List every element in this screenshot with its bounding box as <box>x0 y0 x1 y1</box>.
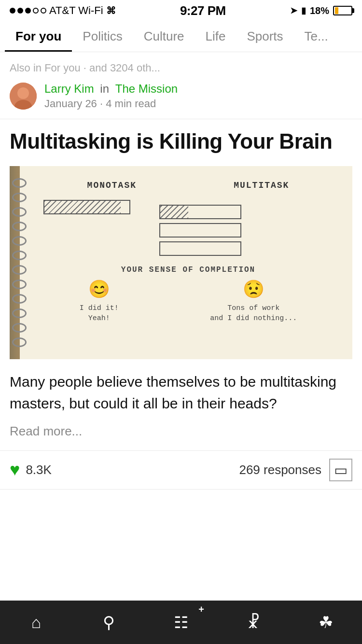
happy-caption: I did it!Yeah! <box>80 303 119 323</box>
author-row: Larry Kim in The Mission January 26 · 4 … <box>10 82 352 110</box>
signal-dot-4 <box>33 8 39 14</box>
nav-compose[interactable]: ☷ + <box>162 608 200 637</box>
home-icon: ⌂ <box>31 613 42 632</box>
signal-dots <box>10 8 46 14</box>
article-content: Multitasking is Killing Your Brain <box>0 119 362 359</box>
signal-dot-1 <box>10 8 15 14</box>
happy-face: 😊 <box>88 279 110 299</box>
ring-10 <box>12 308 27 318</box>
author-name[interactable]: Larry Kim <box>44 82 94 95</box>
sketch-emotions: 😊 I did it!Yeah! 😟 Tons of workand I did… <box>39 279 338 323</box>
sad-face: 😟 <box>243 279 265 299</box>
emotion-right: 😟 Tons of workand I did nothing... <box>210 279 297 323</box>
sim-icon: ▮ <box>301 5 306 16</box>
ring-9 <box>12 294 27 304</box>
avatar <box>10 83 37 110</box>
notifications-icon: ☧ <box>247 613 260 632</box>
ring-4 <box>12 222 27 231</box>
nav-home[interactable]: ⌂ <box>17 608 56 637</box>
avatar-image <box>10 83 37 110</box>
publication-name[interactable]: The Mission <box>115 82 178 95</box>
sad-caption: Tons of workand I did nothing... <box>210 303 297 323</box>
profile-icon: ☘ <box>319 613 333 632</box>
ring-8 <box>12 280 27 289</box>
author-info: Larry Kim in The Mission January 26 · 4 … <box>44 82 178 110</box>
ring-6 <box>12 251 27 260</box>
article-footer: ♥ 8.3K 269 responses ▭ <box>0 450 362 490</box>
carrier-label: AT&T Wi-Fi <box>49 4 103 17</box>
tab-politics[interactable]: Politics <box>72 21 133 52</box>
battery-percentage: 18% <box>310 5 329 16</box>
sketch-bars <box>39 200 338 256</box>
multitask-label: MULTITASK <box>234 181 289 190</box>
heart-icon[interactable]: ♥ <box>10 460 20 480</box>
sketch-header: MONOTASK MULTITASK <box>39 181 338 190</box>
tab-life[interactable]: Life <box>195 21 237 52</box>
notebook-rings <box>10 166 29 359</box>
status-right: ➤ ▮ 18% <box>290 5 352 16</box>
status-time: 9:27 PM <box>180 3 226 18</box>
compose-plus-icon: + <box>198 604 204 615</box>
read-more-link[interactable]: Read more... <box>10 424 352 439</box>
search-icon: ⚲ <box>103 613 115 632</box>
likes-count: 8.3K <box>26 462 52 477</box>
article-excerpt: Many people believe themselves to be mul… <box>10 371 352 414</box>
ring-7 <box>12 265 27 275</box>
battery-fill <box>335 7 338 14</box>
article-date: January 26 <box>44 98 97 110</box>
meta-separator: · <box>100 98 106 110</box>
monotask-bar <box>43 200 130 214</box>
multitask-bars <box>159 205 241 256</box>
ring-5 <box>12 236 27 246</box>
multitask-bar-3 <box>159 241 241 256</box>
ring-11 <box>12 323 27 333</box>
nav-notifications[interactable]: ☧ <box>234 608 273 637</box>
ring-2 <box>12 193 27 202</box>
svg-point-1 <box>17 87 29 99</box>
article-title: Multitasking is Killing Your Brain <box>10 129 352 154</box>
compose-icon: ☷ <box>174 613 188 632</box>
article: Also in For you · and 3204 oth... Larry … <box>0 52 362 490</box>
bottom-nav: ⌂ ⚲ ☷ + ☧ ☘ <box>0 601 362 644</box>
article-meta: January 26 · 4 min read <box>44 98 178 110</box>
signal-dot-3 <box>25 8 31 14</box>
ring-3 <box>12 207 27 217</box>
ring-12 <box>12 337 27 347</box>
notebook-sketch: MONOTASK MULTITASK YOUR SENSE OF <box>10 166 352 359</box>
tab-sports[interactable]: Sports <box>236 21 293 52</box>
read-time: 4 min read <box>106 98 156 110</box>
sketch-content: MONOTASK MULTITASK YOUR SENSE OF <box>39 181 338 350</box>
responses-count[interactable]: 269 responses <box>239 462 321 477</box>
author-publication-line: Larry Kim in The Mission <box>44 82 178 96</box>
tab-for-you[interactable]: For you <box>5 21 72 52</box>
article-image: MONOTASK MULTITASK YOUR SENSE OF <box>10 166 352 359</box>
monotask-label: MONOTASK <box>87 181 137 190</box>
multitask-bar-2 <box>159 223 241 238</box>
bookmark-icon[interactable]: ▭ <box>329 459 352 481</box>
article-body: Many people believe themselves to be mul… <box>0 371 362 439</box>
signal-dot-2 <box>17 8 23 14</box>
status-bar: AT&T Wi-Fi ⌘ 9:27 PM ➤ ▮ 18% <box>0 0 362 21</box>
nav-search[interactable]: ⚲ <box>89 608 128 637</box>
likes-section: ♥ 8.3K <box>10 460 52 480</box>
monotask-bars <box>43 200 130 256</box>
nav-tabs: For you Politics Culture Life Sports Te.… <box>0 21 362 52</box>
emotion-left: 😊 I did it!Yeah! <box>80 279 119 323</box>
signal-dot-5 <box>41 8 46 14</box>
wifi-icon: ⌘ <box>106 5 116 16</box>
tab-culture[interactable]: Culture <box>133 21 195 52</box>
tab-more[interactable]: Te... <box>294 21 339 52</box>
author-separator: in <box>100 82 112 95</box>
ring-1 <box>12 178 27 188</box>
status-left: AT&T Wi-Fi ⌘ <box>10 4 116 17</box>
location-icon: ➤ <box>290 5 297 16</box>
sketch-sense-label: YOUR SENSE OF COMPLETION <box>39 266 338 274</box>
article-context-text: Also in For you · and 3204 oth... <box>10 62 352 74</box>
multitask-bar-1 <box>159 205 241 219</box>
article-header: Also in For you · and 3204 oth... Larry … <box>0 52 362 119</box>
responses-section: 269 responses ▭ <box>239 459 352 481</box>
nav-profile[interactable]: ☘ <box>306 608 345 637</box>
battery-icon <box>333 6 352 15</box>
